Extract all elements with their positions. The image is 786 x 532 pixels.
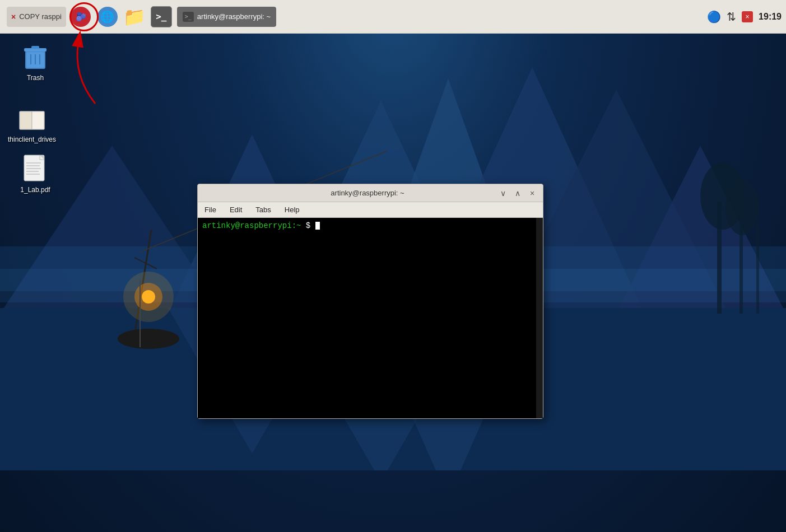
svg-point-23 <box>118 329 179 349</box>
rpi-logo-icon: 🫐 <box>71 7 91 27</box>
terminal-menu-help[interactable]: Help <box>282 204 302 215</box>
svg-rect-17 <box>756 224 759 314</box>
filemanager-button[interactable]: 📁 <box>122 4 147 29</box>
clock-display: 19:19 <box>759 12 782 22</box>
terminal-window-controls: ∨ ∧ × <box>498 188 537 198</box>
pdf-label: 1_Lab.pdf <box>18 185 52 194</box>
svg-point-22 <box>123 272 174 322</box>
bluetooth-icon[interactable]: 🔵 <box>707 10 721 24</box>
terminal-launch-icon: >_ <box>151 6 172 27</box>
browser-button[interactable]: 🌐 <box>95 4 120 29</box>
trash-label: Trash <box>25 73 45 82</box>
thinclient-label: thinclient_drives <box>6 135 58 144</box>
globe-icon: 🌐 <box>97 7 118 27</box>
taskbar-right-area: 🔵 ⇅ × 19:19 <box>707 10 782 24</box>
terminal-launch-button[interactable]: >_ <box>149 4 174 29</box>
taskbar-close-button[interactable]: × <box>742 11 753 22</box>
terminal-titlebar: artinky@raspberrypi: ~ ∨ ∧ × <box>198 184 543 202</box>
taskbar: × COPY rasppi 🫐 🌐 📁 >_ <box>0 0 786 34</box>
app-title-label: COPY rasppi <box>19 12 62 21</box>
terminal-tab-label: artinky@raspberrypi: ~ <box>197 12 271 21</box>
terminal-cursor <box>315 222 320 230</box>
svg-rect-37 <box>31 46 39 49</box>
terminal-body[interactable]: artinky@raspberrypi:~ $ <box>198 218 543 418</box>
terminal-prompt-text: artinky@raspberrypi:~ <box>202 221 301 230</box>
svg-point-16 <box>725 179 759 235</box>
pdf-icon-image <box>21 154 50 183</box>
terminal-scrollbar[interactable] <box>536 218 543 418</box>
svg-text:🫐: 🫐 <box>75 11 86 22</box>
terminal-menu-tabs[interactable]: Tabs <box>253 204 273 215</box>
drives-icon-image <box>17 104 46 133</box>
terminal-window-title: artinky@raspberrypi: ~ <box>331 189 404 197</box>
raspberrypi-menu-button[interactable]: 🫐 <box>68 4 93 29</box>
terminal-minimize-button[interactable]: ∨ <box>498 188 508 198</box>
trash-icon-image <box>21 42 50 71</box>
lab-pdf-icon[interactable]: 1_Lab.pdf <box>10 154 61 194</box>
terminal-menubar: File Edit Tabs Help <box>198 202 543 218</box>
desktop: × COPY rasppi 🫐 🌐 📁 >_ <box>0 0 786 532</box>
terminal-menu-file[interactable]: File <box>202 204 218 215</box>
terminal-menu-edit[interactable]: Edit <box>227 204 244 215</box>
terminal-taskbar-tab[interactable]: >_ artinky@raspberrypi: ~ <box>177 7 276 27</box>
folder-icon: 📁 <box>123 6 146 27</box>
terminal-window: artinky@raspberrypi: ~ ∨ ∧ × File Edit T… <box>197 184 543 419</box>
terminal-close-button[interactable]: × <box>527 188 537 198</box>
trash-icon[interactable]: Trash <box>10 42 61 82</box>
thinclient-drives-icon[interactable]: thinclient_drives <box>7 104 57 144</box>
app-title-tab[interactable]: × COPY rasppi <box>7 7 66 27</box>
app-close-button[interactable]: × <box>11 12 16 21</box>
terminal-tab-icon: >_ <box>183 12 194 22</box>
network-icon[interactable]: ⇅ <box>727 10 736 24</box>
terminal-maximize-button[interactable]: ∧ <box>513 188 523 198</box>
terminal-prompt-symbol: $ <box>301 221 310 230</box>
